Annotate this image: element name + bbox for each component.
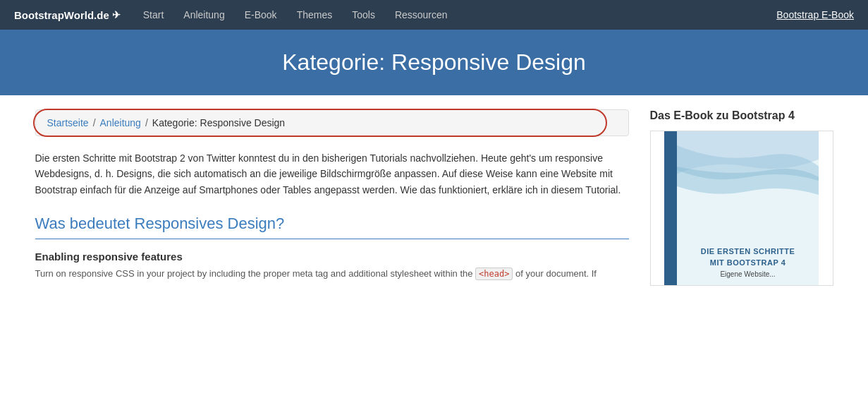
book-cover-subtitle: Eigene Website... (720, 270, 775, 278)
navbar: BootstrapWorld.de ✈ Start Anleitung E-Bo… (0, 0, 868, 30)
book-front: DIE ERSTEN SCHRITTE MIT BOOTSTRAP 4 Eige… (677, 131, 819, 285)
subsection-title: Enabling responsive features (35, 251, 629, 263)
section-divider (35, 239, 629, 239)
book-wave-container (677, 131, 819, 216)
page-title: Kategorie: Responsive Design (14, 49, 854, 76)
book-title-line1: DIE ERSTEN SCHRITTE (701, 246, 795, 257)
subsection-text: Turn on responsive CSS in your project b… (35, 267, 629, 281)
nav-item-themes: Themes (287, 0, 343, 30)
breadcrumb-separator-1: / (93, 117, 96, 128)
book-waves-svg (677, 131, 819, 216)
breadcrumb-startseite[interactable]: Startseite (47, 117, 89, 128)
sidebar: Das E-Book zu Bootstrap 4 DIE ERSTEN (650, 109, 833, 286)
ebook-cover[interactable]: DIE ERSTEN SCHRITTE MIT BOOTSTRAP 4 Eige… (650, 131, 833, 286)
breadcrumb-current: Kategorie: Responsive Design (152, 117, 285, 128)
plane-icon: ✈ (112, 9, 121, 20)
nav-item-ressourcen: Ressourcen (385, 0, 458, 30)
navbar-cta-link[interactable]: Bootstrap E-Book (776, 9, 854, 20)
navbar-left: BootstrapWorld.de ✈ Start Anleitung E-Bo… (14, 0, 458, 30)
intro-paragraph: Die ersten Schritte mit Bootstrap 2 von … (35, 150, 629, 198)
nav-link-tools[interactable]: Tools (342, 0, 385, 30)
main-container: Startseite / Anleitung / Kategorie: Resp… (18, 95, 850, 300)
subsection-text-after: of your document. If (513, 268, 597, 279)
book-cover-inner: DIE ERSTEN SCHRITTE MIT BOOTSTRAP 4 Eige… (664, 131, 819, 285)
breadcrumb: Startseite / Anleitung / Kategorie: Resp… (35, 109, 629, 136)
subsection-code: <head> (475, 267, 513, 280)
nav-item-anleitung: Anleitung (173, 0, 234, 30)
nav-link-anleitung[interactable]: Anleitung (173, 0, 234, 30)
sidebar-title: Das E-Book zu Bootstrap 4 (650, 109, 833, 122)
book-cover-title: DIE ERSTEN SCHRITTE MIT BOOTSTRAP 4 (701, 246, 795, 268)
content-area: Startseite / Anleitung / Kategorie: Resp… (35, 109, 629, 286)
nav-link-themes[interactable]: Themes (287, 0, 343, 30)
book-title-line2: MIT BOOTSTRAP 4 (701, 258, 795, 268)
navbar-nav: Start Anleitung E-Book Themes Tools Ress… (133, 0, 458, 30)
section-heading: Was bedeutet Responsives Design? (35, 215, 629, 233)
nav-link-ressourcen[interactable]: Ressourcen (385, 0, 458, 30)
nav-item-tools: Tools (342, 0, 385, 30)
breadcrumb-separator-2: / (145, 117, 148, 128)
page-header: Kategorie: Responsive Design (0, 30, 868, 95)
navbar-right: Bootstrap E-Book (776, 9, 854, 20)
nav-item-start: Start (133, 0, 174, 30)
brand-name: BootstrapWorld.de (14, 9, 109, 21)
nav-item-ebook: E-Book (235, 0, 287, 30)
book-spine (664, 131, 677, 285)
navbar-brand[interactable]: BootstrapWorld.de ✈ (14, 9, 121, 21)
nav-link-ebook[interactable]: E-Book (235, 0, 287, 30)
breadcrumb-anleitung[interactable]: Anleitung (100, 117, 141, 128)
subsection-text-before: Turn on responsive CSS in your project b… (35, 268, 476, 279)
nav-link-start[interactable]: Start (133, 0, 174, 30)
